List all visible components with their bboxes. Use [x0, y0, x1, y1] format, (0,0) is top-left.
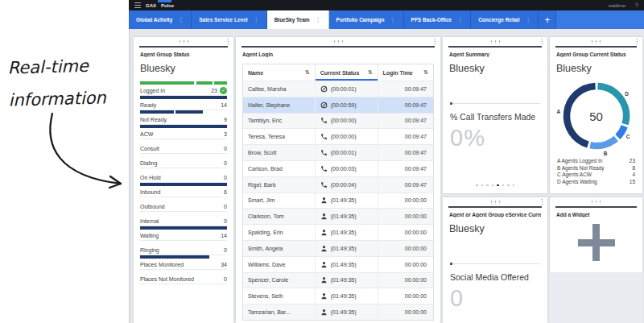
agent-current-status: (00:00:01)	[316, 145, 378, 160]
column-header-name[interactable]: Name⇅	[243, 64, 316, 81]
column-header-current-status[interactable]: Current Status⇅	[316, 64, 378, 81]
tab-menu-icon[interactable]: ⋮	[390, 17, 396, 23]
sort-icon[interactable]: ⇅	[305, 69, 310, 76]
metric-value: 23	[211, 88, 217, 93]
tab-menu-icon[interactable]: ⋮	[178, 17, 184, 23]
metric-label: Outbound	[140, 204, 165, 209]
agent-row-smith-angela[interactable]: Smith, Angela(01:49:35)00:00:00	[243, 240, 433, 256]
widget-menu-icon[interactable]: ⋮	[225, 37, 231, 46]
status-logged-off-icon	[320, 213, 328, 220]
status-row-ringing: Ringing0	[140, 241, 227, 255]
widget-agent-summary: ⋮ Agent Summary Bluesky % Call Transfers…	[443, 37, 547, 193]
agent-name: Smith, Angela	[243, 241, 316, 256]
agent-login-time: 00:09:47	[378, 97, 433, 113]
status-row-acw: ACW3	[140, 125, 227, 139]
agent-row-tamzarian-bar[interactable]: Tamzarian, Bar...(01:49:35)00:00:00	[243, 304, 433, 320]
sort-icon[interactable]: ⇅	[423, 69, 428, 76]
carousel-dot-5[interactable]	[497, 184, 499, 187]
metric-label: Internal	[140, 218, 159, 224]
agent-current-status: (01:49:35)	[316, 209, 378, 224]
agent-row-carlson-brad[interactable]: Carlson, Brad(00:00:03)00:09:47	[243, 160, 433, 176]
tab-menu-icon[interactable]: ⋮	[457, 17, 463, 23]
agent-current-status: (00:00:04)	[316, 177, 378, 193]
tab-list: Global Activity⋮Sales Service Level⋮Blue…	[129, 10, 539, 29]
add-tab-button[interactable]: +	[539, 10, 556, 29]
agent-row-stevens-seth[interactable]: Stevens, Seth(01:49:35)00:00:00	[243, 288, 433, 304]
agent-row-clarkson-tom[interactable]: Clarkson, Tom(01:49:35)00:00:00	[243, 208, 433, 224]
tab-menu-icon[interactable]: ⋮	[525, 17, 530, 23]
metric-label: Social Media Offered	[450, 272, 540, 282]
widget-menu-icon[interactable]: ⋮	[431, 37, 438, 46]
drag-handle-icon[interactable]	[590, 39, 602, 44]
agent-name: Stevens, Seth	[243, 288, 316, 304]
drag-handle-icon[interactable]	[489, 39, 502, 44]
agent-login-time: 00:00:00	[378, 257, 433, 272]
status-logged-off-icon	[320, 309, 328, 316]
tab-bar-filler	[556, 10, 644, 29]
nav-gax[interactable]: GAX	[146, 3, 156, 8]
carousel-dot-6[interactable]	[502, 184, 505, 187]
carousel-dot-7[interactable]	[507, 184, 510, 187]
tab-pfs-back-office[interactable]: PFS Back-Office⋮	[404, 10, 472, 29]
metric-value: 9	[224, 117, 227, 122]
agent-name: Spalding, Erin	[243, 225, 316, 240]
tab-global-activity[interactable]: Global Activity⋮	[129, 10, 192, 29]
widget-menu-icon[interactable]: ⋮	[539, 197, 545, 206]
carousel-dot-1[interactable]	[476, 184, 478, 187]
agent-row-rigel-barb[interactable]: Rigel, Barb(00:00:04)00:09:47	[243, 176, 433, 193]
tab-menu-icon[interactable]: ⋮	[254, 17, 259, 23]
metric-label: Places Not Monitored	[140, 276, 194, 282]
agent-row-tamblyn-eric[interactable]: Tamblyn, Eric(00:00:00)00:09:47	[243, 113, 433, 129]
drag-handle-icon[interactable]	[590, 199, 602, 205]
drag-handle-icon[interactable]	[178, 39, 190, 44]
agent-name: Brow, Scott	[243, 145, 316, 160]
agent-row-brow-scott[interactable]: Brow, Scott(00:00:01)00:09:47	[243, 144, 433, 160]
carousel-dot-8[interactable]	[513, 184, 515, 187]
agent-row-smart-jim[interactable]: Smart, Jim(01:49:35)00:00:00	[243, 193, 433, 209]
agent-current-status: (01:49:35)	[316, 193, 378, 209]
tab-portfolio-campaign[interactable]: Portfolio Campaign⋮	[329, 10, 404, 29]
agent-row-spalding-erin[interactable]: Spalding, Erin(01:49:35)00:00:00	[243, 224, 433, 240]
carousel-dot-4[interactable]	[492, 184, 494, 187]
agent-login-time: 00:09:47	[378, 161, 433, 176]
metric-label: Inbound	[140, 189, 160, 195]
dashboard-tab-bar: Global Activity⋮Sales Service Level⋮Blue…	[129, 10, 644, 29]
donut-center-value: 50	[561, 110, 632, 123]
carousel-dot-2[interactable]	[481, 184, 484, 187]
widget-menu-icon[interactable]: ⋮	[634, 37, 640, 46]
status-row-not-ready: Not Ready9	[140, 110, 227, 125]
metric-bar	[140, 255, 209, 259]
tab-sales-service-level[interactable]: Sales Service Level⋮	[192, 10, 266, 29]
status-row-on-hold: On Hold0	[140, 168, 227, 183]
tab-menu-icon[interactable]: ⋮	[316, 17, 321, 23]
widget-header-label: Agent Group Status	[140, 52, 227, 57]
status-on-call-icon	[320, 117, 328, 124]
sort-icon[interactable]: ⇅	[368, 69, 373, 76]
help-icon[interactable]: ?	[635, 2, 638, 8]
agent-row-halter-stephane[interactable]: Halter, Stephane(00:00:59)00:09:47	[243, 97, 433, 113]
realtime-label: realtime	[609, 3, 625, 8]
widget-menu-icon[interactable]: ⋮	[539, 37, 545, 46]
tab-bluesky-team[interactable]: BlueSky Team⋮	[267, 10, 329, 29]
widget-title: Bluesky	[140, 63, 227, 74]
agent-current-status: (01:49:35)	[316, 257, 378, 272]
metric-label: Dialing	[140, 160, 157, 166]
agent-row-spencer-carole[interactable]: Spencer, Carole(01:49:35)00:00:00	[243, 272, 433, 288]
drag-handle-icon[interactable]	[489, 199, 502, 205]
carousel-dot-3[interactable]	[486, 184, 489, 187]
status-metric-list: Logged In23✓Ready14Not Ready9ACW3Consult…	[140, 81, 227, 284]
donut-segment-B	[590, 139, 616, 146]
tab-concierge-retail[interactable]: Concierge Retail⋮	[471, 10, 539, 29]
agent-name: Tamblyn, Eric	[243, 114, 316, 129]
agent-row-teresa-teresa[interactable]: Teresa, Teresa(00:00:00)00:09:47	[243, 128, 433, 144]
agent-row-calfee-marsha[interactable]: Calfee, Marsha(00:00:01)00:09:47	[243, 81, 433, 97]
agent-login-time: 00:09:47	[378, 177, 433, 193]
column-header-login-time[interactable]: Login Time⇅	[378, 64, 433, 81]
metric-value: 0	[224, 218, 227, 224]
add-widget-plus-icon[interactable]	[578, 224, 615, 261]
drag-handle-icon[interactable]	[332, 39, 345, 44]
agent-row-williams-dave[interactable]: Williams, Dave(01:49:35)00:00:00	[243, 256, 433, 272]
annotation-arrow-icon	[32, 107, 130, 194]
donut-segment-label-A: A	[557, 109, 561, 114]
nav-pulse[interactable]: Pulse	[161, 3, 174, 8]
